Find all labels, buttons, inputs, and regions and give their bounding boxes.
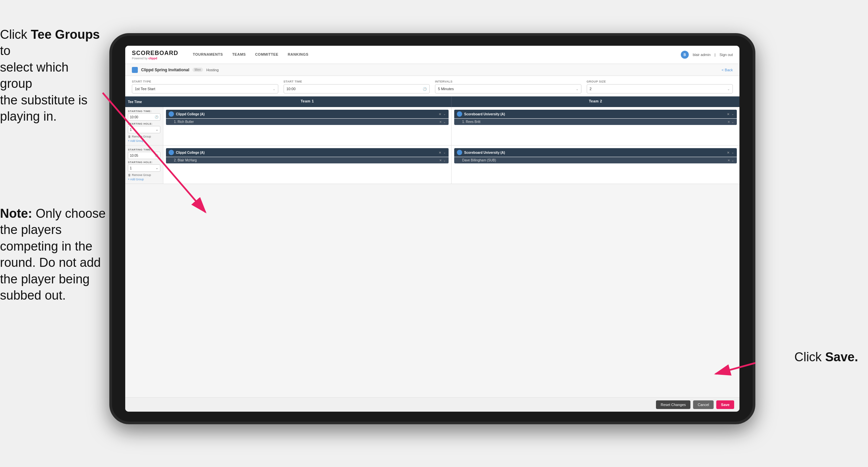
nav-committee[interactable]: COMMITTEE: [250, 46, 283, 64]
team1-header-row-2[interactable]: Clippd College (A) ✕ ⌄: [166, 148, 448, 157]
teams-area-2: Clippd College (A) ✕ ⌄ 2. Blair McHarg ✕…: [163, 146, 740, 184]
intervals-field: Intervals 5 Minutes ⌄: [435, 80, 582, 93]
team2-header-row-2[interactable]: Scoreboard University (A) ✕ ⌄: [454, 148, 737, 157]
team2-header-row-1[interactable]: Scoreboard University (A) ✕ ⌄: [454, 110, 737, 118]
player-remove-icon-2-1[interactable]: ✕: [727, 120, 730, 124]
add-group-btn-2[interactable]: + Add Group: [128, 178, 160, 181]
team2-chevron-icon-2[interactable]: ⌄: [732, 151, 734, 154]
remove-group-btn-1[interactable]: 🗑 Remove Group: [128, 135, 160, 138]
team2-icon-1: [457, 111, 462, 117]
starting-time-label-2: STARTING TIME:: [128, 148, 160, 151]
start-time-label: Start Time: [284, 80, 430, 83]
start-time-input[interactable]: 10:00 🕐: [284, 84, 430, 93]
team1-icon-1: [168, 111, 174, 117]
player-remove-icon-2-2[interactable]: ✕: [727, 159, 730, 162]
starting-hole-input-2[interactable]: 1 ⌄: [128, 165, 160, 172]
team2-header: Team 2: [452, 96, 740, 107]
team2-icon-2: [457, 150, 462, 155]
breadcrumb-logo-icon: [132, 67, 138, 73]
hole-chevron-2: ⌄: [156, 166, 158, 170]
starting-hole-label-1: STARTING HOLE:: [128, 122, 160, 125]
group-size-label: Group Size: [587, 80, 733, 83]
sign-out-link[interactable]: Sign out: [720, 53, 733, 57]
team2-remove-icon-1[interactable]: ✕: [727, 112, 730, 116]
starting-hole-label-2: STARTING HOLE:: [128, 161, 160, 164]
group-size-input[interactable]: 2 ⌄: [587, 84, 733, 93]
team1-header: Team 1: [163, 96, 451, 107]
note-body: Only choosethe playerscompeting in thero…: [0, 206, 106, 302]
player-chevron-icon-2-2[interactable]: ⌄: [732, 159, 734, 162]
save-button[interactable]: Save: [716, 400, 734, 409]
start-type-chevron-icon: ⌄: [273, 87, 275, 91]
team1-col-1: Clippd College (A) ✕ ⌄ 1. Rich Butler ✕ …: [163, 107, 452, 145]
starting-time-label-1: STARTING TIME:: [128, 110, 160, 113]
nav-teams[interactable]: TEAMS: [227, 46, 250, 64]
nav-divider: |: [715, 53, 716, 57]
settings-bar: Start Type 1st Tee Start ⌄ Start Time 10…: [125, 76, 740, 96]
user-name: blair admin: [693, 53, 711, 57]
player-remove-icon-1-1[interactable]: ✕: [439, 120, 442, 124]
team1-remove-icon-2[interactable]: ✕: [439, 151, 441, 154]
remove-group-btn-2[interactable]: 🗑 Remove Group: [128, 173, 160, 177]
reset-changes-button[interactable]: Reset Changes: [656, 400, 690, 409]
starting-time-input-1[interactable]: 10:00 🕐: [128, 113, 160, 121]
time-icon-2: 🕐: [155, 154, 158, 157]
starting-time-input-2[interactable]: 10:05 🕐: [128, 152, 160, 159]
teams-area-1: Clippd College (A) ✕ ⌄ 1. Rich Butler ✕ …: [163, 107, 740, 145]
team1-chevron-icon-2[interactable]: ⌄: [443, 151, 446, 154]
player-chevron-icon-2-1[interactable]: ⌄: [732, 120, 734, 124]
player-row-2-2: Dave Billingham (SUB) ✕ ⌄: [454, 157, 737, 164]
group-size-chevron-icon: ⌄: [727, 87, 730, 91]
start-type-input[interactable]: 1st Tee Start ⌄: [132, 84, 278, 93]
team1-name-1: Clippd College (A): [176, 112, 437, 116]
intervals-label: Intervals: [435, 80, 582, 83]
main-content: STARTING TIME: 10:00 🕐 STARTING HOLE: 1 …: [125, 107, 740, 398]
remove-icon-1: 🗑: [128, 135, 131, 138]
breadcrumb-back[interactable]: < Back: [721, 68, 733, 72]
tablet-screen: SCOREBOARD Powered by clippd TOURNAMENTS…: [125, 46, 740, 412]
cancel-button[interactable]: Cancel: [693, 400, 714, 409]
logo-scoreboard: SCOREBOARD: [132, 50, 178, 57]
user-avatar: B: [681, 51, 689, 59]
tee-group-row-2: STARTING TIME: 10:05 🕐 STARTING HOLE: 1 …: [125, 146, 740, 184]
tee-group-2-settings: STARTING TIME: 10:05 🕐 STARTING HOLE: 1 …: [125, 146, 163, 184]
start-type-field: Start Type 1st Tee Start ⌄: [132, 80, 278, 93]
breadcrumb-title: Clippd Spring Invitational: [141, 68, 189, 72]
player-row-1-2: 2. Blair McHarg ✕ ⌄: [166, 157, 448, 164]
note-label: Note:: [0, 206, 36, 221]
intervals-input[interactable]: 5 Minutes ⌄: [435, 84, 582, 93]
logo-powered: Powered by clippd: [132, 57, 178, 60]
breadcrumb-bar: Clippd Spring Invitational Men Hosting <…: [125, 64, 740, 76]
player-chevron-icon-1-1[interactable]: ⌄: [443, 120, 446, 124]
player-row-1-1: 1. Rich Butler ✕ ⌄: [166, 119, 448, 125]
player-remove-icon-1-2[interactable]: ✕: [439, 159, 442, 162]
team1-header-row-1[interactable]: Clippd College (A) ✕ ⌄: [166, 110, 448, 118]
nav-links: TOURNAMENTS TEAMS COMMITTEE RANKINGS: [188, 46, 313, 64]
starting-hole-input-1[interactable]: 1 ⌄: [128, 126, 160, 133]
team2-name-1: Scoreboard University (A): [464, 112, 725, 116]
footer-bar: Reset Changes Cancel Save: [125, 398, 740, 412]
team1-icon-2: [168, 150, 174, 155]
player-chevron-icon-1-2[interactable]: ⌄: [443, 159, 446, 162]
team2-remove-icon-2[interactable]: ✕: [727, 151, 730, 154]
team2-chevron-icon-1[interactable]: ⌄: [732, 112, 734, 116]
team1-name-2: Clippd College (A): [176, 151, 437, 154]
hole-chevron-1: ⌄: [156, 128, 158, 131]
add-group-btn-1[interactable]: + Add Group: [128, 139, 160, 143]
note-text: Note: Only choosethe playerscompeting in…: [0, 205, 113, 303]
tablet: SCOREBOARD Powered by clippd TOURNAMENTS…: [109, 33, 755, 424]
instruction-top: Click Tee Groups toselect which groupthe…: [0, 27, 103, 125]
navbar: SCOREBOARD Powered by clippd TOURNAMENTS…: [125, 46, 740, 64]
team1-chevron-icon-1[interactable]: ⌄: [443, 112, 446, 116]
group-size-field: Group Size 2 ⌄: [587, 80, 733, 93]
tee-time-header: Tee Time: [128, 100, 142, 104]
nav-tournaments[interactable]: TOURNAMENTS: [188, 46, 227, 64]
nav-rankings[interactable]: RANKINGS: [283, 46, 313, 64]
click-save-instruction: Click Save.: [795, 350, 858, 364]
team1-remove-icon-1[interactable]: ✕: [439, 112, 441, 116]
team2-name-2: Scoreboard University (A): [464, 151, 725, 154]
start-type-label: Start Type: [132, 80, 278, 83]
player-name-2-2: Dave Billingham (SUB): [462, 158, 727, 162]
logo-area: SCOREBOARD Powered by clippd: [132, 50, 178, 60]
team1-col-2: Clippd College (A) ✕ ⌄ 2. Blair McHarg ✕…: [163, 146, 452, 184]
